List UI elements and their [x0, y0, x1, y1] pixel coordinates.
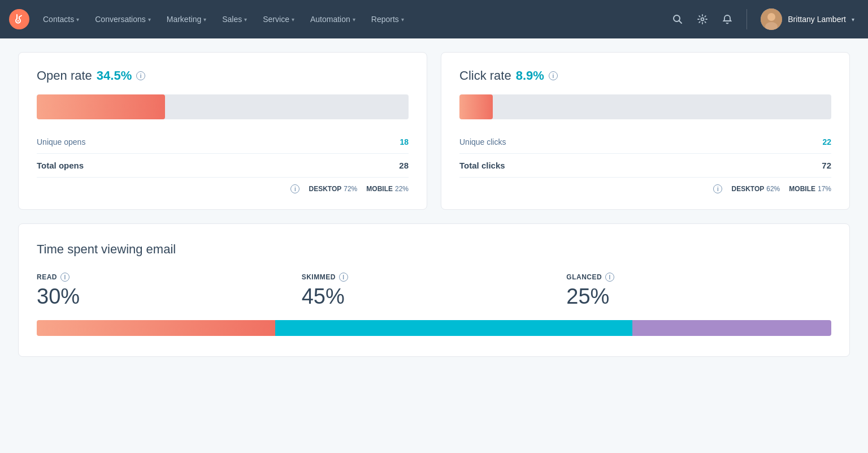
avatar [761, 8, 782, 30]
notifications-button[interactable] [717, 9, 737, 29]
time-stacked-bar [37, 320, 831, 336]
glanced-info-icon[interactable]: i [605, 273, 614, 282]
click-desktop-label: DESKTOP 62% [731, 185, 780, 193]
skimmed-stat: SKIMMED i 45% [302, 273, 567, 309]
chevron-down-icon: ▾ [401, 16, 404, 23]
nav-item-service[interactable]: Service ▾ [256, 10, 301, 28]
click-rate-fill [459, 94, 493, 119]
skimmed-info-icon[interactable]: i [339, 273, 348, 282]
glanced-label: GLANCED i [566, 273, 831, 282]
time-spent-title: Time spent viewing email [37, 242, 831, 257]
chevron-down-icon: ▾ [76, 16, 79, 23]
user-menu[interactable]: Brittany Lambert ▾ [756, 6, 859, 32]
nav-item-marketing[interactable]: Marketing ▾ [160, 10, 213, 28]
svg-point-1 [18, 20, 19, 21]
chevron-down-icon: ▾ [203, 16, 206, 23]
total-opens-value: 28 [399, 161, 409, 170]
open-rate-device-row: i DESKTOP 72% MOBILE 22% [37, 182, 409, 193]
skimmed-bar-segment [275, 320, 633, 336]
glanced-stat: GLANCED i 25% [566, 273, 831, 309]
nav-item-automation[interactable]: Automation ▾ [303, 10, 362, 28]
nav-item-sales[interactable]: Sales ▾ [215, 10, 254, 28]
glanced-bar-segment [632, 320, 831, 336]
skimmed-label: SKIMMED i [302, 273, 567, 282]
user-chevron-icon: ▾ [852, 16, 854, 23]
click-rate-info-icon[interactable]: i [549, 71, 558, 80]
navbar: Contacts ▾ Conversations ▾ Marketing ▾ S… [0, 0, 868, 38]
chevron-down-icon: ▾ [148, 16, 151, 23]
total-clicks-label: Total clicks [459, 161, 505, 170]
click-rate-progress-bar [459, 94, 831, 119]
metrics-cards-row: Open rate 34.5% i Unique opens 18 Total … [18, 52, 850, 210]
search-button[interactable] [667, 9, 688, 29]
device-info-icon[interactable]: i [290, 184, 300, 193]
chevron-down-icon: ▾ [353, 16, 355, 23]
click-device-info-icon[interactable]: i [713, 184, 722, 193]
click-rate-value: 8.9% [516, 68, 544, 83]
read-stat: READ i 30% [37, 273, 302, 309]
svg-point-4 [701, 18, 704, 21]
nav-divider [747, 9, 747, 29]
nav-item-contacts[interactable]: Contacts ▾ [36, 10, 86, 28]
open-rate-fill [37, 94, 165, 119]
read-bar-segment [37, 320, 275, 336]
desktop-label: DESKTOP 72% [309, 185, 357, 193]
unique-opens-label: Unique opens [37, 137, 85, 146]
total-opens-row: Total opens 28 [37, 154, 409, 178]
open-rate-card: Open rate 34.5% i Unique opens 18 Total … [18, 52, 427, 210]
click-rate-label: Click rate [459, 68, 511, 83]
open-rate-info-icon[interactable]: i [136, 71, 145, 80]
read-value: 30% [37, 285, 302, 309]
mobile-label: MOBILE 22% [366, 185, 409, 193]
click-rate-card: Click rate 8.9% i Unique clicks 22 Total… [441, 52, 850, 210]
chevron-down-icon: ▾ [244, 16, 247, 23]
click-mobile-label: MOBILE 17% [789, 185, 831, 193]
unique-clicks-row: Unique clicks 22 [459, 131, 831, 154]
unique-clicks-label: Unique clicks [459, 137, 506, 146]
unique-clicks-value: 22 [822, 137, 831, 146]
time-spent-card: Time spent viewing email READ i 30% SKIM… [18, 223, 850, 357]
total-clicks-row: Total clicks 72 [459, 154, 831, 178]
read-label: READ i [37, 273, 302, 282]
svg-line-3 [679, 21, 682, 24]
unique-opens-row: Unique opens 18 [37, 131, 409, 154]
skimmed-value: 45% [302, 285, 567, 309]
open-rate-title: Open rate 34.5% i [37, 68, 409, 83]
main-content: Open rate 34.5% i Unique opens 18 Total … [0, 38, 868, 370]
username-label: Brittany Lambert [788, 15, 846, 24]
click-rate-title: Click rate 8.9% i [459, 68, 831, 83]
chevron-down-icon: ▾ [292, 16, 294, 23]
click-rate-device-row: i DESKTOP 62% MOBILE 17% [459, 182, 831, 193]
total-clicks-value: 72 [822, 161, 831, 170]
open-rate-progress-bar [37, 94, 409, 119]
nav-right-icons: Brittany Lambert ▾ [667, 6, 859, 32]
settings-button[interactable] [692, 9, 713, 29]
time-stats-row: READ i 30% SKIMMED i 45% GLANCED i 25% [37, 273, 831, 309]
hubspot-logo[interactable] [9, 9, 29, 29]
read-info-icon[interactable]: i [60, 273, 70, 282]
open-rate-value: 34.5% [97, 68, 132, 83]
unique-opens-value: 18 [400, 137, 409, 146]
glanced-value: 25% [566, 285, 831, 309]
total-opens-label: Total opens [37, 161, 84, 170]
svg-point-6 [767, 13, 775, 21]
nav-item-conversations[interactable]: Conversations ▾ [88, 10, 158, 28]
open-rate-label: Open rate [37, 68, 92, 83]
nav-item-reports[interactable]: Reports ▾ [364, 10, 411, 28]
